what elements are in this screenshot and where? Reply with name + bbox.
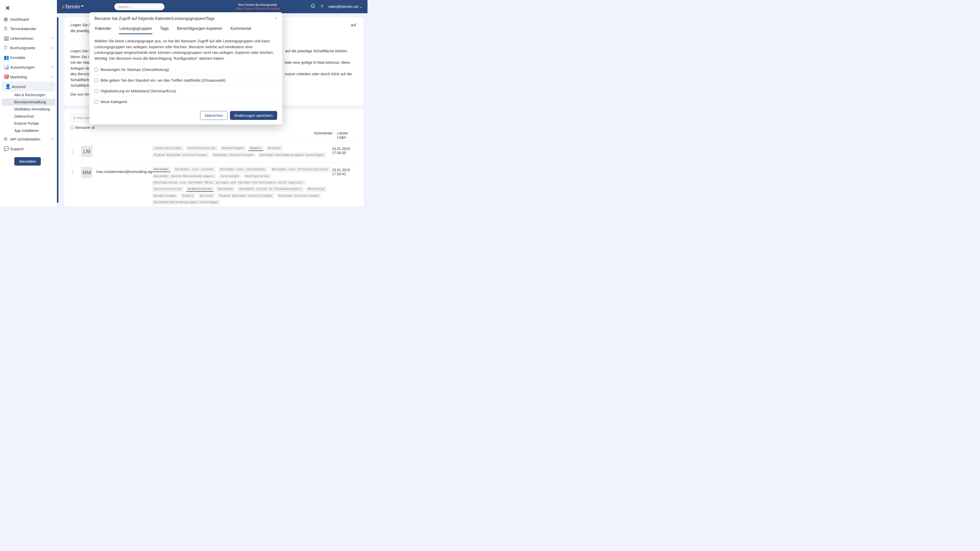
bell-icon[interactable] — [310, 3, 315, 10]
permission-tag[interactable]: Auswertungen — [220, 146, 246, 151]
chevron-down-icon: ⌄ — [360, 5, 363, 9]
permission-tag[interactable]: Eigene Kalender Einstellungen — [218, 193, 274, 198]
tags-col: KalenderKalender (nur lesend)Kalender (n… — [152, 167, 332, 205]
marketing-icon: 🎯 — [3, 74, 10, 79]
col-login: Letzter Login — [337, 131, 358, 139]
modal-tab-berechtigungen-kopieren[interactable]: Berechtigungen kopieren — [177, 24, 223, 34]
chevron-icon: > — [52, 46, 53, 50]
permission-tag[interactable]: Kalender (nur lesend) — [173, 167, 216, 172]
permission-tag[interactable]: Export — [248, 146, 263, 151]
row-menu-icon[interactable]: ⋮ — [70, 148, 75, 154]
chevron-icon: > — [52, 75, 53, 79]
booking-link-block: Ihre Online Buchungsseite https://www.eT… — [236, 3, 280, 11]
check-box[interactable] — [94, 68, 98, 71]
permission-tag[interactable]: Synchronisation — [152, 186, 183, 192]
sidebar-sub-app-installieren[interactable]: App installieren — [0, 127, 57, 134]
permission-tag[interactable]: Account — [266, 146, 283, 151]
user-filter-checkbox[interactable] — [70, 126, 74, 129]
booking-url[interactable]: https://www.eTermin.net/video — [236, 6, 280, 11]
sidebar-item-unternehmen[interactable]: 🏢Unternehmen> — [0, 33, 57, 43]
logo-rest: Termin — [65, 4, 80, 10]
booking-label: Ihre Online Buchungsseite — [236, 3, 280, 6]
permission-tag[interactable]: Kalender Einstellungen — [277, 193, 321, 198]
table-header: Kommentar Letzter Login — [70, 130, 358, 141]
user-menu[interactable]: video@etermin.net ⌄ — [328, 5, 363, 9]
check-label: Beratungen für Startups (Dienstleistung) — [100, 67, 169, 72]
sidebar-item-marketing[interactable]: 🎯Marketing> — [0, 72, 57, 82]
tags-col: rminerstellung)SynchronisationAuswertung… — [152, 146, 332, 157]
user-filter-checkbox-row: Benutzer al — [70, 125, 358, 130]
permission-tag[interactable]: rminerstellung) — [152, 146, 183, 151]
sidebar-item-auswertungen[interactable]: 📊Auswertungen> — [0, 62, 57, 72]
search-input[interactable]: Search... — [115, 3, 164, 10]
permission-tag[interactable]: Synchronisation — [186, 146, 218, 151]
permission-tag[interactable]: Export — [180, 193, 196, 198]
permission-tag[interactable]: Kontakte (Suche in Terminkalender) — [237, 186, 303, 192]
permission-tag[interactable]: Marketing — [306, 186, 326, 192]
permission-tag[interactable]: Account — [198, 193, 215, 198]
sidebar-item-buchungsseite[interactable]: 🗒Buchungsseite> — [0, 43, 57, 52]
check-box[interactable] — [94, 79, 98, 82]
close-icon[interactable]: ✕ — [5, 5, 57, 12]
check-box[interactable] — [94, 89, 98, 93]
sidebar-sub-multifaktor-anmeldung[interactable]: Multifaktor-Anmeldung — [0, 106, 57, 113]
permission-tag[interactable]: Kalender (nur Terminerstellung) — [270, 167, 331, 172]
permission-tag[interactable]: Kalender/Kalendergruppen hinzufügen — [258, 152, 326, 157]
modal-tab-kommentar[interactable]: Kommentar — [230, 24, 252, 34]
logout-button[interactable]: Abmelden — [14, 157, 41, 165]
permission-tag[interactable]: Kalender — [152, 167, 171, 172]
permission-tag[interactable]: Kalender/Kalendergruppen hinzufügen — [152, 200, 220, 205]
calendar-icon: 🗓 — [3, 26, 10, 32]
logo: eTermin☁ — [62, 4, 84, 10]
sidebar-sub-abo-rechnungen[interactable]: Abo & Rechnungen — [0, 91, 57, 98]
modal-tab-leistungsgruppen[interactable]: Leistungsgruppen — [119, 24, 152, 34]
sidebar-item-support[interactable]: 💬Support — [0, 144, 57, 154]
sidebar-sub-datenschutz[interactable]: Datenschutz — [0, 113, 57, 120]
permission-tag[interactable]: Kalender Einstellungen — [212, 152, 256, 157]
user-filter-label: Benutzer al — [75, 125, 95, 130]
modal-tab-tags[interactable]: Tags — [159, 24, 169, 34]
sidebar-item-label: Auswertungen — [10, 65, 52, 69]
modal-tab-kalender[interactable]: Kalender — [94, 24, 112, 34]
sidebar-item-label: API Schnittstellen — [10, 137, 52, 141]
modal-tabs: KalenderLeistungsgruppenTagsBerechtigung… — [89, 24, 282, 34]
chevron-icon: > — [52, 37, 53, 40]
chevron-icon: > — [52, 137, 53, 141]
last-login: 23.01.201917:03:42 — [332, 167, 358, 176]
permission-tag[interactable]: Leistungen — [219, 174, 241, 179]
accent-bar — [57, 17, 59, 203]
permission-tag[interactable]: Eigene Kalender Einstellungen — [152, 152, 209, 157]
avatar: MM — [81, 167, 92, 178]
permission-tag[interactable]: Kalender (keine Massenänderungen) — [152, 174, 216, 179]
access-modal: Benutzer hat Zugriff auf folgende Kalend… — [89, 12, 282, 124]
modal-description: Wählen Sie keine Leistungsgruppe aus, so… — [94, 38, 277, 61]
sidebar-item-dashboard[interactable]: ▦Dashboard — [0, 14, 57, 24]
cancel-button[interactable]: Abbrechen — [200, 111, 228, 120]
sidebar-item-api schnittstellen[interactable]: ⚙API Schnittstellen> — [0, 134, 57, 144]
sidebar-item-terminkalender[interactable]: 🗓Terminkalender — [0, 24, 57, 33]
check-box[interactable] — [94, 100, 98, 103]
sidebar-sub-externe-portale[interactable]: Externe Portale — [0, 120, 57, 127]
sidebar-item-label: Terminkalender — [10, 27, 53, 31]
sidebar-item-label: Buchungsseite — [10, 46, 52, 50]
help-icon[interactable]: ? — [321, 4, 323, 10]
sidebar-item-account[interactable]: 👤Account˅ — [2, 82, 56, 91]
permission-tag[interactable]: Kalender (nur schreibend) — [218, 167, 268, 172]
save-button[interactable]: Änderungen speichern — [230, 111, 277, 120]
sidebar-item-kontakte[interactable]: 👥Kontakte — [0, 52, 57, 62]
check-item: Beratungen für Startups (Dienstleistung) — [94, 65, 277, 74]
permission-tag[interactable]: Konfiguration — [243, 174, 271, 179]
permission-tag[interactable]: Arbeitszeiten — [186, 186, 214, 192]
logo-prefix: e — [62, 4, 65, 10]
permission-tag[interactable]: Kontakte — [216, 186, 235, 192]
cloud-icon: ☁ — [81, 3, 84, 7]
dashboard-icon: ▦ — [3, 16, 10, 22]
sidebar-sub-benutzerverwaltung[interactable]: Benutzerverwaltung — [2, 98, 56, 106]
permission-tag[interactable]: Auswertungen — [152, 193, 178, 198]
permission-tag[interactable]: Konfiguration (nur Kalender Menü, anlege… — [152, 180, 305, 185]
chevron-icon: ˅ — [50, 85, 52, 88]
sidebar-item-label: Support — [10, 147, 53, 151]
row-menu-icon[interactable]: ⋮ — [70, 169, 75, 175]
check-label: Bitte geben Sie den Standort ein, wo das… — [100, 78, 225, 83]
modal-close-icon[interactable]: × — [274, 16, 277, 21]
